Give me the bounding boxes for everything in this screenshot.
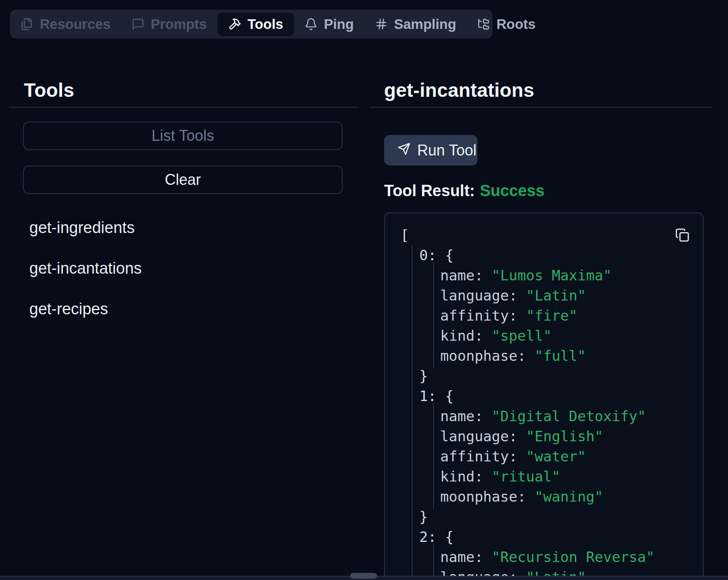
indent-guide — [433, 263, 434, 368]
tab-prompts[interactable]: Prompts — [121, 10, 217, 39]
folder-tree-icon — [477, 18, 490, 31]
send-icon — [398, 142, 410, 159]
tab-label: Tools — [248, 16, 284, 32]
tool-result-label: Tool Result: — [384, 182, 475, 199]
app-root: ResourcesPromptsToolsPingSamplingRoots T… — [0, 0, 728, 580]
clear-button[interactable]: Clear — [23, 166, 343, 194]
tab-sampling[interactable]: Sampling — [364, 10, 467, 39]
pane-resize-handle[interactable] — [350, 573, 377, 579]
tool-result-status: Success — [480, 182, 545, 199]
json-line: name: "Digital Detoxify" — [400, 406, 699, 426]
tab-label: Resources — [40, 16, 111, 32]
json-line: language: "English" — [400, 426, 699, 446]
tab-label: Prompts — [151, 16, 207, 32]
json-line: affinity: "fire" — [400, 306, 699, 326]
tab-resources[interactable]: Resources — [10, 10, 121, 39]
json-line: kind: "spell" — [400, 326, 699, 346]
json-line: [ — [400, 225, 699, 245]
tool-result-json-viewer: [0: {name: "Lumos Maxima"language: "Lati… — [384, 212, 704, 580]
tab-ping[interactable]: Ping — [294, 10, 364, 39]
tab-roots[interactable]: Roots — [467, 10, 546, 39]
tools-panel-title: Tools — [24, 79, 74, 101]
json-line: 0: { — [400, 245, 699, 265]
copy-button[interactable] — [674, 228, 690, 243]
json-line: affinity: "water" — [400, 446, 699, 466]
json-line: name: "Recursion Reversa" — [400, 547, 699, 567]
run-tool-button[interactable]: Run Tool — [384, 135, 478, 166]
indent-guide — [433, 404, 434, 509]
hash-icon — [375, 18, 388, 31]
list-tools-button[interactable]: List Tools — [23, 122, 343, 150]
tab-label: Ping — [324, 16, 354, 32]
copy-icon — [675, 237, 689, 243]
message-square-icon — [132, 18, 145, 31]
json-content: [0: {name: "Lumos Maxima"language: "Lati… — [400, 225, 699, 580]
hammer-icon — [228, 18, 241, 31]
tab-label: Roots — [496, 16, 536, 32]
tab-tools[interactable]: Tools — [217, 13, 294, 36]
files-icon — [21, 18, 34, 31]
indent-guide — [412, 245, 413, 580]
tab-label: Sampling — [394, 16, 457, 32]
json-line: } — [400, 507, 699, 527]
json-line: moonphase: "waning" — [400, 487, 699, 507]
bell-icon — [305, 18, 318, 31]
indent-guide — [433, 544, 434, 580]
json-line: language: "Latin" — [400, 285, 699, 306]
run-tool-label: Run Tool — [417, 142, 476, 159]
json-line: } — [400, 366, 699, 386]
tool-result-line: Tool Result:Success — [384, 182, 545, 200]
tools-panel-divider — [9, 107, 357, 108]
tool-list: get-ingredientsget-incantationsget-recip… — [29, 207, 142, 329]
tool-list-item[interactable]: get-recipes — [29, 289, 142, 329]
tool-list-item[interactable]: get-ingredients — [29, 207, 142, 248]
tool-panel-divider — [370, 107, 712, 108]
json-line: kind: "ritual" — [400, 466, 699, 487]
json-line: moonphase: "full" — [400, 346, 699, 366]
json-line: name: "Lumos Maxima" — [400, 265, 699, 285]
json-line: 2: { — [400, 527, 699, 547]
tool-list-item[interactable]: get-incantations — [29, 248, 142, 289]
tab-bar: ResourcesPromptsToolsPingSamplingRoots — [10, 10, 493, 39]
json-line: 1: { — [400, 386, 699, 406]
selected-tool-title: get-incantations — [384, 79, 534, 101]
